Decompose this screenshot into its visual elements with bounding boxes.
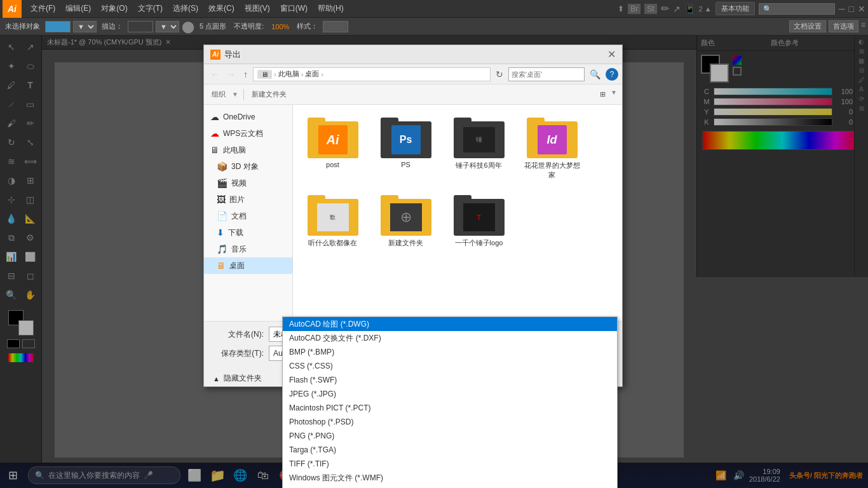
dialog-nav-bar: ← → ↑ 🖥 › 此电脑 › 桌面 › ↻ 🔍 ? [204, 64, 622, 85]
dropdown-item-5[interactable]: JPEG (*.JPG) [283, 387, 617, 401]
nav-label-music: 音乐 [231, 244, 247, 255]
nav-up-btn[interactable]: ↑ [241, 68, 250, 81]
dropdown-item-7[interactable]: Photoshop (*.PSD) [283, 415, 617, 429]
nav-item-video[interactable]: 🎬 视频 [204, 175, 292, 191]
dropdown-item-12[interactable]: 文本格式 (*.TXT) [283, 485, 617, 488]
menu-text[interactable]: 文字(T) [133, 2, 168, 15]
notification-count: 2 ▲ [699, 5, 712, 13]
dropdown-item-10[interactable]: TIFF (*.TIF) [283, 457, 617, 471]
doc-settings-btn[interactable]: 文档设置 [789, 20, 826, 32]
dropdown-item-3[interactable]: CSS (*.CSS) [283, 359, 617, 373]
nav-path-bar: 🖥 › 此电脑 › 桌面 › [253, 67, 491, 81]
brush-icon: ✏ [661, 3, 669, 15]
nav-item-downloads[interactable]: ⬇ 下载 [204, 224, 292, 241]
nav-item-computer[interactable]: 🖥 此电脑 [204, 142, 292, 158]
file-item-post[interactable]: Ai post [299, 111, 366, 182]
menu-effect[interactable]: 效果(C) [203, 2, 240, 15]
menu-edit[interactable]: 编辑(E) [60, 2, 96, 15]
dialog-close-btn[interactable]: ✕ [607, 50, 616, 60]
stroke-select[interactable]: ▼ [73, 21, 97, 32]
id-mini-icon: Id [538, 125, 567, 154]
organize-btn[interactable]: 组织 [209, 88, 228, 100]
style-label: 样式： [294, 20, 320, 32]
new-mini: ⊕ [390, 203, 422, 231]
dropdown-item-4[interactable]: Flash (*.SWF) [283, 373, 617, 387]
nav-back-btn[interactable]: ← [208, 68, 222, 81]
color-indicator [45, 21, 71, 32]
song-text: 歌 [330, 214, 336, 222]
nav-item-pictures[interactable]: 🖼 图片 [204, 191, 292, 208]
nav-path-computer[interactable]: 此电脑 [278, 69, 299, 79]
menu-file[interactable]: 文件(F) [25, 2, 60, 15]
file-item-hammer[interactable]: 锤 锤子科技6周年 [445, 111, 512, 182]
dropdown-item-0[interactable]: AutoCAD 绘图 (*.DWG) [283, 317, 617, 331]
file-item-song[interactable]: 歌 听什么歌都像在 [299, 189, 366, 250]
file-label-post: post [326, 161, 339, 168]
nav-label-onedrive: OneDrive [223, 112, 255, 121]
new-folder-btn[interactable]: 新建文件夹 [249, 88, 289, 100]
file-item-flower[interactable]: Id 花花世界的大梦想家 [519, 111, 585, 182]
folder-overlay-flower: Id [532, 124, 573, 156]
menu-window[interactable]: 窗口(W) [275, 2, 313, 15]
nav-forward-btn[interactable]: → [224, 68, 238, 81]
nav-sep-3: › [321, 71, 323, 78]
nav-item-music[interactable]: 🎵 音乐 [204, 241, 292, 257]
nav-item-3d[interactable]: 📦 3D 对象 [204, 158, 292, 175]
file-label-new: 新建文件夹 [388, 238, 423, 248]
dialog-title-bar: Ai 导出 ✕ [204, 45, 622, 64]
ai-mini-icon: Ai [318, 125, 348, 154]
menu-view[interactable]: 视图(V) [240, 2, 275, 15]
nav-search-btn[interactable]: 🔍 [587, 68, 603, 81]
preferences-btn[interactable]: 首选项 [829, 20, 858, 32]
nav-label-video: 视频 [231, 178, 247, 189]
file-view: Ai post Ps PS [293, 105, 622, 321]
file-label-logo: 一千个锤子logo [455, 238, 503, 248]
dropdown-item-8[interactable]: PNG (*.PNG) [283, 429, 617, 443]
dropdown-item-1[interactable]: AutoCAD 交换文件 (*.DXF) [283, 331, 617, 345]
minimize-btn[interactable]: ─ [839, 4, 845, 14]
nav-item-wps[interactable]: ☁ WPS云文档 [204, 125, 292, 142]
dropdown-item-11[interactable]: Windows 图元文件 (*.WMF) [283, 471, 617, 485]
folder-overlay-hammer: 锤 [459, 124, 499, 156]
computer-icon: 🖥 [210, 145, 219, 155]
file-label-hammer: 锤子科技6周年 [456, 161, 501, 170]
panel-control-icon[interactable]: ≡ [861, 20, 865, 32]
menu-help[interactable]: 帮助(H) [313, 2, 349, 15]
file-label-flower: 花花世界的大梦想家 [521, 161, 583, 180]
dialog-title-text: 导出 [224, 49, 241, 60]
dropdown-item-9[interactable]: Targa (*.TGA) [283, 443, 617, 457]
file-item-new-folder[interactable]: ⊕ 新建文件夹 [372, 189, 439, 250]
maximize-btn[interactable]: □ [849, 4, 854, 14]
nav-computer-icon[interactable]: 🖥 [257, 70, 272, 79]
nav-search-input[interactable] [508, 67, 585, 81]
nav-refresh-btn[interactable]: ↻ [493, 68, 506, 81]
logo-mini: T [463, 203, 495, 231]
onedrive-icon: ☁ [210, 112, 219, 122]
hide-files-label[interactable]: 隐藏文件夹 [224, 373, 262, 384]
nav-item-onedrive[interactable]: ☁ OneDrive [204, 109, 292, 125]
dropdown-item-6[interactable]: Macintosh PICT (*.PCT) [283, 401, 617, 415]
menu-select[interactable]: 选择(S) [168, 2, 203, 15]
dropdown-item-2[interactable]: BMP (*.BMP) [283, 345, 617, 359]
nav-label-docs: 文档 [231, 211, 247, 222]
close-app-btn[interactable]: ✕ [858, 4, 865, 14]
view-icon-btn[interactable]: ⊞ [597, 89, 608, 100]
hide-arrow[interactable]: ▲ [213, 375, 220, 383]
nav-item-docs[interactable]: 📄 文档 [204, 208, 292, 224]
stroke-label: 描边： [99, 20, 125, 32]
stroke-color [128, 21, 153, 32]
nav-path-desktop[interactable]: 桌面 [305, 69, 319, 79]
file-item-logo[interactable]: T 一千个锤子logo [445, 189, 512, 250]
file-item-ps[interactable]: Ps PS [372, 111, 439, 182]
nav-label-3d: 3D 对象 [231, 161, 259, 172]
style-swatch [323, 21, 348, 32]
nav-help-btn[interactable]: ? [606, 68, 618, 81]
toolbar2: 未选择对象 ▼ 描边： ▼ ⬤ 5 点圆形 不透明度: 100% 样式： 文档设… [0, 18, 868, 36]
nav-item-desktop[interactable]: 🖥 桌面 [204, 257, 292, 274]
stroke-type-select[interactable]: ▼ [156, 21, 179, 32]
menu-object[interactable]: 对象(O) [96, 2, 132, 15]
top-search-input[interactable] [759, 3, 835, 15]
basic-function-btn[interactable]: 基本功能 [715, 2, 755, 15]
toolbar-separator [243, 89, 244, 100]
menu-right: ⬆ Br St ✏ ↗ 📱 2 ▲ 基本功能 ─ □ ✕ [618, 2, 865, 15]
